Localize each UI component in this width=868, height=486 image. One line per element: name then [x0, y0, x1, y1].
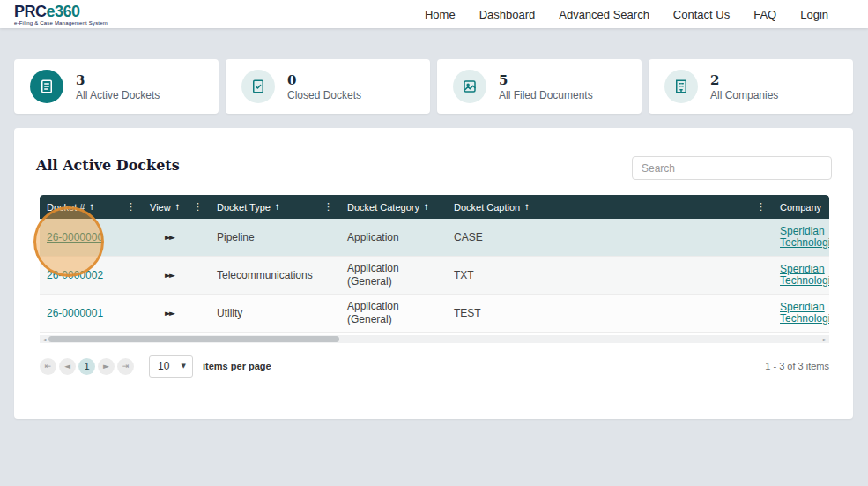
app-logo[interactable]: PRCe360 e-Filing & Case Management Syste… — [14, 4, 108, 26]
stat-count: 3 — [76, 72, 160, 88]
scrollbar-thumb[interactable] — [48, 336, 339, 342]
nav-item-advanced-search[interactable]: Advanced Search — [559, 8, 649, 21]
top-navbar: PRCe360 e-Filing & Case Management Syste… — [0, 0, 868, 28]
view-docket-icon[interactable]: ►► — [143, 271, 210, 280]
stat-label: All Active Dockets — [76, 89, 160, 101]
docket-caption-cell: CASE — [447, 231, 773, 243]
stats-row: 3 All Active Dockets 0 Closed Dockets 5 … — [14, 59, 853, 114]
nav-item-login[interactable]: Login — [800, 8, 828, 21]
sort-arrow-icon: ↑ — [523, 203, 530, 212]
table-horizontal-scrollbar[interactable]: ◄ ► — [40, 335, 829, 343]
first-page-button[interactable]: ⇤ — [40, 358, 56, 375]
panel-title: All Active Dockets — [36, 157, 180, 174]
logo-subtitle: e-Filing & Case Management System — [14, 20, 108, 26]
table-row[interactable]: 26-0000000 ►► Pipeline Application CASE … — [40, 219, 829, 257]
stat-label: Closed Dockets — [287, 89, 361, 101]
companies-icon — [664, 70, 698, 103]
search-input[interactable] — [632, 156, 832, 180]
column-label: Docket Caption — [454, 202, 520, 213]
nav-links: Home Dashboard Advanced Search Contact U… — [425, 8, 828, 21]
page-number-button[interactable]: 1 — [78, 358, 95, 375]
company-name-line2: Technologies — [780, 237, 829, 249]
docket-caption-cell: TEST — [447, 307, 773, 319]
prev-page-button[interactable]: ◄ — [59, 358, 76, 375]
column-label: Docket Category — [347, 202, 419, 213]
docket-category-cell: Application (General) — [340, 300, 447, 326]
docket-type-cell: Pipeline — [210, 231, 340, 243]
column-label: Docket # — [47, 202, 85, 213]
docket-caption-cell: TXT — [447, 269, 773, 281]
column-label: View — [150, 202, 171, 213]
stat-count: 0 — [287, 72, 361, 88]
company-link[interactable]: SperidianTechnologies — [780, 302, 829, 325]
column-menu-icon[interactable]: ⋮ — [124, 201, 137, 213]
company-link[interactable]: SperidianTechnologies — [780, 264, 829, 287]
docket-type-cell: Utility — [210, 307, 340, 319]
view-docket-icon[interactable]: ►► — [143, 309, 210, 318]
chevron-down-icon: ▼ — [182, 363, 192, 370]
scroll-right-icon[interactable]: ► — [820, 336, 829, 342]
sort-arrow-icon: ↑ — [88, 203, 95, 212]
docket-number-link[interactable]: 26-0000000 — [47, 231, 103, 243]
logo-text: PRCe360 — [14, 4, 108, 19]
view-docket-icon[interactable]: ►► — [143, 233, 210, 242]
stat-label: All Companies — [710, 89, 778, 101]
nav-item-dashboard[interactable]: Dashboard — [479, 8, 536, 21]
table-header-row: Docket # ↑ ⋮ View ↑ ⋮ Docket Type ↑ ⋮ Do… — [40, 195, 829, 219]
sort-arrow-icon: ↑ — [174, 203, 182, 212]
active-dockets-panel: All Active Dockets Docket # ↑ ⋮ View ↑ ⋮… — [14, 128, 853, 419]
table-row[interactable]: 26-0000002 ►► Telecommunications Applica… — [40, 257, 829, 295]
stat-card-companies[interactable]: 2 All Companies — [649, 59, 853, 114]
column-menu-icon[interactable]: ⋮ — [754, 201, 768, 213]
stat-count: 5 — [499, 72, 593, 88]
sort-arrow-icon: ↑ — [423, 203, 430, 212]
docket-number-link[interactable]: 26-0000002 — [47, 269, 103, 281]
pagination-range-label: 1 - 3 of 3 items — [765, 361, 829, 371]
column-header-docket-category[interactable]: Docket Category ↑ — [340, 195, 447, 219]
filed-documents-icon — [453, 70, 486, 103]
column-label: Docket Type — [217, 202, 271, 213]
column-header-view[interactable]: View ↑ ⋮ — [143, 195, 210, 219]
column-header-docket-caption[interactable]: Docket Caption ↑ ⋮ — [447, 195, 773, 219]
company-name-line2: Technologies — [780, 275, 829, 287]
stat-card-filed-documents[interactable]: 5 All Filed Documents — [437, 59, 642, 114]
docket-type-cell: Telecommunications — [210, 269, 340, 281]
pagination-bar: ⇤ ◄ 1 ► ⇥ 10 ▼ items per page 1 - 3 of 3… — [40, 350, 829, 382]
stat-card-closed-dockets[interactable]: 0 Closed Dockets — [226, 59, 430, 114]
stat-count: 2 — [710, 72, 778, 88]
last-page-button[interactable]: ⇥ — [117, 358, 134, 375]
docket-category-cell: Application — [340, 231, 447, 244]
company-link[interactable]: SperidianTechnologies — [780, 226, 829, 249]
page-size-dropdown[interactable]: 10 ▼ — [149, 355, 193, 378]
column-menu-icon[interactable]: ⋮ — [322, 201, 335, 213]
nav-item-faq[interactable]: FAQ — [753, 8, 776, 21]
nav-item-home[interactable]: Home — [425, 8, 456, 21]
next-page-button[interactable]: ► — [98, 358, 115, 375]
logo-prc: PRC — [14, 3, 47, 20]
scrollbar-track[interactable] — [48, 335, 820, 343]
scroll-left-icon[interactable]: ◄ — [40, 336, 48, 342]
dockets-table: Docket # ↑ ⋮ View ↑ ⋮ Docket Type ↑ ⋮ Do… — [40, 195, 829, 333]
column-menu-icon[interactable]: ⋮ — [191, 201, 204, 213]
closed-dockets-icon — [241, 70, 275, 103]
items-per-page-label: items per page — [203, 361, 271, 371]
nav-item-contact-us[interactable]: Contact Us — [673, 8, 730, 21]
logo-e360: e360 — [47, 3, 80, 20]
column-header-docket[interactable]: Docket # ↑ ⋮ — [40, 195, 143, 219]
active-dockets-icon — [30, 70, 63, 103]
table-row[interactable]: 26-0000001 ►► Utility Application (Gener… — [40, 295, 829, 333]
column-header-docket-type[interactable]: Docket Type ↑ ⋮ — [210, 195, 340, 219]
column-label: Company — [780, 202, 821, 213]
docket-number-link[interactable]: 26-0000001 — [47, 307, 103, 319]
sort-arrow-icon: ↑ — [274, 203, 281, 212]
stat-card-active-dockets[interactable]: 3 All Active Dockets — [14, 59, 219, 114]
docket-category-cell: Application (General) — [340, 262, 447, 288]
stat-label: All Filed Documents — [499, 89, 593, 101]
column-header-company[interactable]: Company — [773, 195, 829, 219]
page-size-value: 10 — [150, 360, 182, 372]
company-name-line2: Technologies — [780, 313, 829, 325]
